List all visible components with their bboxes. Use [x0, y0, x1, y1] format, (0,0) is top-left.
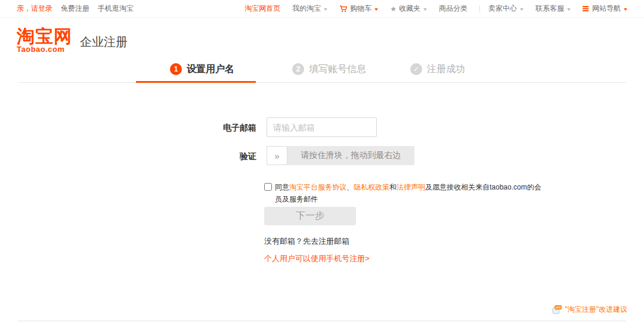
cart-icon — [339, 5, 348, 13]
top-nav-right: 淘宝网首页 我的淘宝 购物车 ★ 收藏夹 商品分类 卖家中心 — [244, 4, 627, 14]
top-nav-bar: 亲，请登录 免费注册 手机逛淘宝 淘宝网首页 我的淘宝 购物车 ★ 收藏夹 — [0, 0, 644, 18]
next-step-button[interactable]: 下一步 — [264, 207, 356, 225]
menu-icon — [583, 6, 589, 7]
agreement-prefix: 同意 — [275, 183, 289, 191]
chevron-down-icon — [520, 8, 524, 11]
feedback-label: "淘宝注册"改进建议 — [565, 305, 627, 315]
step-fill-account-info: 2 填写账号信息 — [292, 63, 366, 75]
login-link[interactable]: 亲，请登录 — [17, 4, 52, 14]
agreement-sep2: 和 — [389, 183, 397, 191]
mobile-taobao-link[interactable]: 手机逛淘宝 — [98, 4, 134, 14]
taobao-home-link[interactable]: 淘宝网首页 — [244, 4, 280, 14]
enterprise-register-page: 亲，请登录 免费注册 手机逛淘宝 淘宝网首页 我的淘宝 购物车 ★ 收藏夹 — [0, 0, 644, 329]
favorites-label: 收藏夹 — [399, 4, 420, 14]
star-icon: ★ — [390, 5, 397, 13]
personal-phone-register-link[interactable]: 个人用户可以使用手机号注册> — [264, 253, 370, 264]
chevron-down-icon — [374, 8, 378, 11]
free-register-link[interactable]: 免费注册 — [61, 4, 89, 14]
agreement-checkbox[interactable] — [264, 183, 272, 191]
customer-service-menu[interactable]: 联系客服 — [535, 4, 571, 14]
slider-hint-text: 请按住滑块，拖动到最右边 — [287, 146, 414, 165]
divider — [479, 5, 480, 13]
chevron-down-icon — [567, 8, 571, 11]
service-agreement-link[interactable]: 淘宝平台服务协议 — [289, 183, 346, 191]
footer-divider-line — [18, 321, 626, 321]
seller-center-label: 卖家中心 — [488, 4, 517, 14]
logo-sub-text: Taobao.com — [17, 45, 72, 54]
step-set-username: 1 设置用户名 — [170, 63, 234, 75]
agreement-sep1: 、 — [346, 183, 354, 191]
cart-label: 购物车 — [350, 4, 371, 14]
step-2-label: 填写账号信息 — [309, 63, 366, 76]
categories-link[interactable]: 商品分类 — [439, 4, 467, 14]
legal-notice-link[interactable]: 法律声明 — [397, 183, 425, 191]
logo-main-text: 淘宝网 — [17, 27, 72, 46]
chevron-down-icon — [423, 8, 427, 11]
slider-captcha: 请按住滑块，拖动到最右边 » — [267, 146, 414, 165]
step-3-label: 注册成功 — [427, 63, 465, 76]
step-1-label: 设置用户名 — [187, 63, 234, 76]
site-nav-label: 网站导航 — [592, 4, 621, 14]
step-register-success: ✓ 注册成功 — [410, 63, 465, 75]
check-icon: ✓ — [410, 63, 422, 75]
site-nav-menu[interactable]: 网站导航 — [583, 4, 627, 14]
slider-handle[interactable]: » — [267, 146, 287, 165]
chevron-down-icon — [324, 8, 327, 11]
feedback-note-icon — [552, 305, 562, 314]
my-taobao-label: 我的淘宝 — [292, 4, 321, 14]
steps-divider-line — [18, 82, 626, 83]
top-nav-left: 亲，请登录 免费注册 手机逛淘宝 — [17, 4, 134, 14]
seller-center-menu[interactable]: 卖家中心 — [488, 4, 524, 14]
slider-fade-overlay — [399, 146, 414, 165]
my-taobao-menu[interactable]: 我的淘宝 — [292, 4, 327, 14]
agreement-text: 同意淘宝平台服务协议、隐私权政策和法律声明及愿意接收相关来自taobao.com… — [275, 181, 543, 205]
privacy-policy-link[interactable]: 隐私权政策 — [354, 183, 389, 191]
email-field[interactable] — [267, 117, 377, 137]
feedback-link[interactable]: "淘宝注册"改进建议 — [552, 305, 627, 315]
step-1-circle: 1 — [170, 63, 182, 75]
cart-menu[interactable]: 购物车 — [339, 4, 378, 14]
email-label: 电子邮箱 — [197, 123, 256, 134]
active-step-underline — [136, 81, 256, 83]
taobao-logo[interactable]: 淘宝网 Taobao.com — [17, 27, 72, 54]
captcha-label: 验证 — [197, 151, 256, 162]
chevron-down-icon — [624, 8, 627, 11]
customer-service-label: 联系客服 — [535, 4, 564, 14]
no-email-hint[interactable]: 没有邮箱？先去注册邮箱 — [264, 236, 349, 247]
favorites-menu[interactable]: ★ 收藏夹 — [390, 4, 427, 14]
step-2-circle: 2 — [292, 63, 304, 75]
page-title: 企业注册 — [80, 34, 128, 50]
